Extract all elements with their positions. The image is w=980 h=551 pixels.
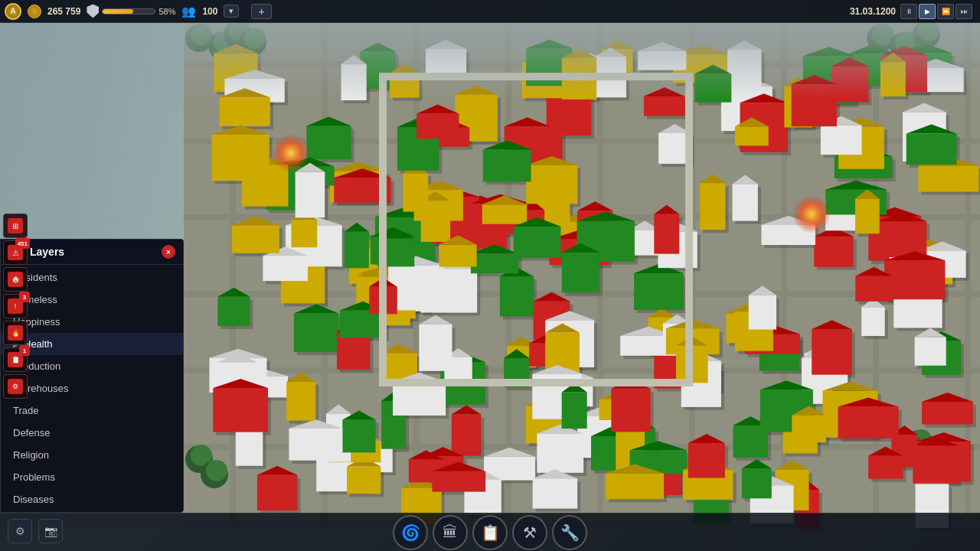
layer-problems[interactable]: Problems xyxy=(1,466,183,488)
layer-diseases[interactable]: Diseases xyxy=(1,488,183,510)
bottom-bar: ⚙ 📷 🌀 🏛 📋 ⚒ 🔧 xyxy=(0,513,980,551)
top-bar: A 265 759 58% 👥 100 ▾ + 31.03.1200 ⏸ ▶ ⏩… xyxy=(0,0,980,23)
quick-btn-layers[interactable]: ⊞ xyxy=(3,214,28,238)
screenshot-btn[interactable]: 📷 xyxy=(38,519,63,543)
quick-btn-settings[interactable]: ⚙ xyxy=(3,374,28,399)
alert-badge: 451 xyxy=(15,238,30,249)
layer-trade[interactable]: Trade xyxy=(1,399,183,422)
toolbar-military[interactable]: ⚒ xyxy=(512,515,547,550)
toolbar-tools[interactable]: 🔧 xyxy=(552,515,587,550)
add-btn[interactable]: + xyxy=(251,4,271,19)
event-badge: 1 xyxy=(19,345,30,356)
layers-close-btn[interactable]: × xyxy=(162,245,175,259)
xp-bar xyxy=(102,8,155,15)
emblem-icon[interactable]: A xyxy=(5,3,21,20)
center-toolbar: 🌀 🏛 📋 ⚒ 🔧 xyxy=(393,515,587,550)
quick-btn-events[interactable]: 📋 1 xyxy=(3,347,28,372)
quick-btn-fire[interactable]: 🔥 xyxy=(3,321,28,345)
settings-btn[interactable]: ⚙ xyxy=(8,519,32,543)
date-display: 31.03.1200 xyxy=(850,6,896,17)
quick-buttons-panel: ⊞ ⚠ 451 🏠 ! 3 🔥 📋 1 ⚙ xyxy=(0,210,31,402)
dropdown-btn[interactable]: ▾ xyxy=(224,5,239,18)
population: 100 xyxy=(202,6,217,17)
play-btn[interactable]: ▶ xyxy=(919,4,936,19)
fast-btn[interactable]: ⏩ xyxy=(937,4,954,19)
toolbar-reports[interactable]: 📋 xyxy=(472,515,508,550)
xp-fill xyxy=(103,9,132,14)
xp-percent: 58% xyxy=(158,7,175,16)
pause-btn[interactable]: ⏸ xyxy=(900,4,917,19)
toolbar-build[interactable]: 🏛 xyxy=(433,515,468,550)
fastest-btn[interactable]: ⏭ xyxy=(956,4,972,19)
layer-defense[interactable]: Defense xyxy=(1,422,183,444)
layers-panel-title: Layers xyxy=(30,246,64,258)
coin-icon xyxy=(28,5,41,18)
toolbar-diplomacy[interactable]: 🌀 xyxy=(393,515,428,550)
xp-container: 58% xyxy=(87,5,175,18)
pause-controls: ⏸ ▶ ⏩ ⏭ xyxy=(900,4,972,19)
people-icon: 👥 xyxy=(181,5,196,18)
layer-religion[interactable]: Religion xyxy=(1,444,183,466)
coin-amount: 265 759 xyxy=(47,6,80,17)
bottom-left-icons: ⚙ 📷 xyxy=(8,519,63,543)
warning-badge: 3 xyxy=(19,292,30,302)
shield-icon xyxy=(87,5,99,18)
quick-btn-alerts[interactable]: ⚠ 451 xyxy=(3,240,28,265)
quick-btn-housing[interactable]: 🏠 xyxy=(3,267,28,292)
quick-btn-warning[interactable]: ! 3 xyxy=(3,294,28,318)
